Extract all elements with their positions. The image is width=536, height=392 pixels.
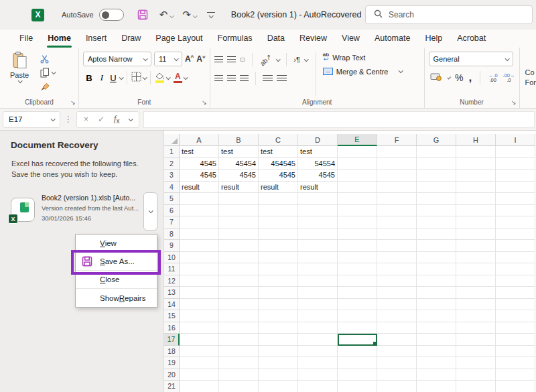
cell-D19[interactable] (298, 357, 338, 369)
cell-D8[interactable] (298, 228, 338, 241)
wrap-text-button[interactable]: ab↩ Wrap Text (323, 53, 402, 62)
cell-B9[interactable] (219, 240, 259, 252)
format-painter-icon[interactable] (40, 82, 50, 91)
cell-H5[interactable] (456, 193, 496, 205)
cell-H3[interactable] (456, 170, 496, 182)
cell-I7[interactable] (496, 216, 535, 228)
cell-F2[interactable] (377, 158, 417, 170)
cell-B6[interactable] (219, 205, 259, 217)
cell-H21[interactable] (456, 381, 496, 392)
increase-decimal-icon[interactable]: ←.0.00 (488, 73, 498, 83)
cell-F12[interactable] (377, 275, 417, 287)
cell-B13[interactable] (219, 287, 259, 299)
tab-draw[interactable]: Draw (114, 30, 148, 48)
row-header-7[interactable]: 7 (164, 216, 180, 228)
cell-A19[interactable] (180, 357, 219, 369)
cell-H9[interactable] (456, 240, 496, 252)
cell-C10[interactable] (259, 252, 298, 264)
cell-G7[interactable] (417, 216, 456, 228)
row-header-9[interactable]: 9 (164, 240, 180, 252)
cell-G19[interactable] (417, 357, 456, 369)
row-header-6[interactable]: 6 (164, 205, 180, 217)
cell-C1[interactable]: test (259, 146, 298, 158)
formula-input[interactable] (143, 111, 535, 128)
cell-D9[interactable] (298, 240, 338, 252)
cell-C16[interactable] (259, 322, 298, 334)
cell-H11[interactable] (456, 263, 496, 275)
cell-E16[interactable] (338, 322, 377, 334)
number-dialog-launcher-icon[interactable]: ↘ (511, 99, 517, 106)
row-header-21[interactable]: 21 (164, 381, 180, 392)
cell-F6[interactable] (377, 205, 417, 217)
column-header-I[interactable]: I (496, 134, 535, 146)
cell-B12[interactable] (219, 275, 259, 287)
align-right-icon[interactable] (240, 75, 249, 82)
cancel-icon[interactable]: × (84, 115, 88, 124)
cut-icon[interactable] (40, 55, 49, 64)
cell-D6[interactable] (298, 205, 338, 217)
cell-D17[interactable] (298, 334, 338, 346)
select-all-corner[interactable] (164, 134, 180, 146)
cell-H13[interactable] (456, 287, 496, 299)
cell-E1[interactable] (338, 146, 377, 158)
cell-F20[interactable] (377, 369, 417, 381)
row-header-17[interactable]: 17 (164, 334, 180, 346)
cell-D5[interactable] (298, 193, 338, 205)
cell-B4[interactable]: result (219, 182, 259, 194)
cell-H16[interactable] (456, 322, 496, 334)
column-header-F[interactable]: F (377, 134, 417, 146)
tab-acrobat[interactable]: Acrobat (450, 30, 493, 48)
cell-I6[interactable] (496, 205, 535, 217)
cell-C17[interactable] (259, 334, 298, 346)
cell-C7[interactable] (259, 216, 298, 228)
cell-G10[interactable] (417, 252, 456, 264)
cell-A17[interactable] (180, 334, 219, 346)
redo-chevron-icon[interactable] (193, 9, 196, 21)
cell-B2[interactable]: 45454 (219, 158, 259, 170)
cell-E14[interactable] (338, 299, 377, 311)
cell-I1[interactable] (496, 146, 535, 158)
cell-B16[interactable] (219, 322, 259, 334)
cell-C3[interactable]: 4545 (259, 170, 298, 182)
cell-H1[interactable] (456, 146, 496, 158)
cell-F3[interactable] (377, 170, 417, 182)
cell-E5[interactable] (338, 193, 377, 205)
cell-F13[interactable] (377, 287, 417, 299)
cell-F15[interactable] (377, 310, 417, 322)
cell-C2[interactable]: 454545 (259, 158, 298, 170)
cell-H18[interactable] (456, 346, 496, 358)
cell-H14[interactable] (456, 299, 496, 311)
cell-G12[interactable] (417, 275, 456, 287)
text-direction-chevron-icon[interactable] (304, 57, 309, 62)
column-header-G[interactable]: G (417, 134, 456, 146)
cell-I8[interactable] (496, 228, 535, 241)
cell-F4[interactable] (377, 182, 417, 194)
cell-I17[interactable] (496, 334, 535, 346)
cell-F14[interactable] (377, 299, 417, 311)
cell-B5[interactable] (219, 193, 259, 205)
decrease-indent-icon[interactable] (263, 75, 273, 82)
cell-G9[interactable] (417, 240, 456, 252)
cell-F7[interactable] (377, 216, 417, 228)
cell-A3[interactable]: 4545 (180, 170, 219, 182)
recovered-file-item[interactable]: X Book2 (version 1).xlsb [Auto... Versio… (11, 192, 159, 231)
cell-F16[interactable] (377, 322, 417, 334)
cell-G11[interactable] (417, 263, 456, 275)
cell-E12[interactable] (338, 275, 377, 287)
cell-D4[interactable]: result (298, 182, 338, 194)
row-header-5[interactable]: 5 (164, 193, 180, 205)
cell-A1[interactable]: test (180, 146, 219, 158)
cell-E7[interactable] (338, 216, 377, 228)
cell-H7[interactable] (456, 216, 496, 228)
cell-E13[interactable] (338, 287, 377, 299)
cell-A8[interactable] (180, 228, 219, 241)
cell-I15[interactable] (496, 310, 535, 322)
enter-icon[interactable]: ✓ (98, 115, 105, 124)
cell-H17[interactable] (456, 334, 496, 346)
row-header-1[interactable]: 1 (164, 146, 180, 158)
bottom-align-icon[interactable] (240, 58, 245, 62)
column-header-C[interactable]: C (259, 134, 298, 146)
tab-view[interactable]: View (334, 30, 367, 48)
increase-font-size-icon[interactable]: A^ (185, 54, 194, 64)
cell-G2[interactable] (417, 158, 456, 170)
